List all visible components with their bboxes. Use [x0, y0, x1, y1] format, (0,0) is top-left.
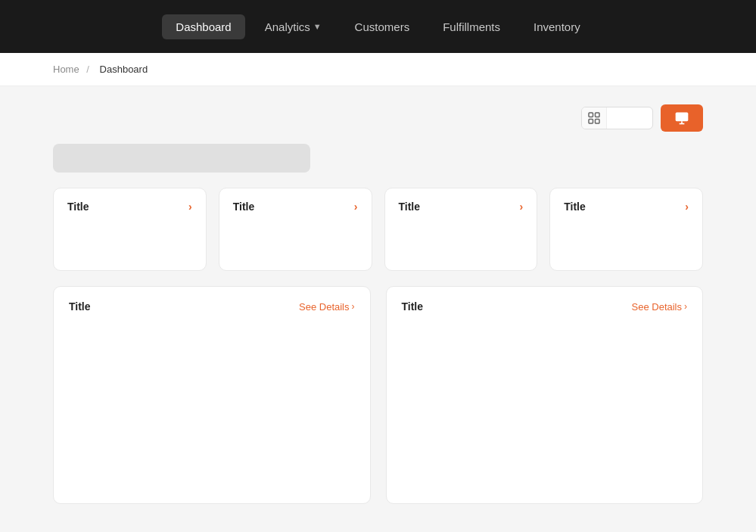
- card-4-title: Title: [564, 201, 586, 213]
- card-2-title: Title: [233, 201, 255, 213]
- card-1-title: Title: [67, 201, 89, 213]
- nav-item-dashboard[interactable]: Dashboard: [162, 14, 244, 39]
- card-3-chevron-icon: ›: [520, 201, 524, 213]
- card-3[interactable]: Title ›: [384, 188, 538, 271]
- panel-1-see-details-label: See Details: [299, 301, 349, 313]
- nav-item-fulfillments[interactable]: Fulfillments: [429, 14, 514, 39]
- grid-icon: [588, 112, 600, 124]
- card-2-body: [233, 220, 358, 258]
- breadcrumb-current: Dashboard: [100, 64, 148, 75]
- chevron-down-icon: ▼: [313, 22, 322, 31]
- breadcrumb: Home / Dashboard: [0, 53, 756, 86]
- breadcrumb-home[interactable]: Home: [53, 64, 79, 75]
- panel-2-title: Title: [402, 300, 424, 313]
- panel-2-body: [402, 323, 688, 490]
- card-4-body: [564, 220, 689, 258]
- svg-rect-1: [596, 113, 600, 117]
- panel-1-see-details-link[interactable]: See Details ›: [299, 301, 354, 313]
- panel-2-chevron-icon: ›: [684, 301, 687, 312]
- card-2[interactable]: Title ›: [219, 188, 372, 271]
- card-2-chevron-icon: ›: [354, 201, 358, 213]
- panel-1-body: [69, 323, 355, 490]
- breadcrumb-separator: /: [86, 64, 89, 75]
- card-1-header: Title ›: [67, 201, 192, 213]
- card-1-chevron-icon: ›: [188, 201, 192, 213]
- svg-rect-2: [589, 120, 593, 124]
- action-button[interactable]: [661, 104, 703, 132]
- select-icon-box: [582, 107, 607, 129]
- nav-item-customers[interactable]: Customers: [341, 14, 424, 39]
- nav-label-dashboard: Dashboard: [176, 20, 231, 33]
- panel-2-header: Title See Details ›: [402, 300, 688, 313]
- nav-label-analytics: Analytics: [265, 20, 310, 33]
- card-3-header: Title ›: [399, 201, 524, 213]
- toolbar: List Grid: [53, 104, 703, 132]
- main-content: List Grid Title › Title ›: [0, 86, 756, 532]
- tv-icon: [674, 110, 689, 126]
- search-bar-skeleton: [53, 144, 310, 173]
- card-2-header: Title ›: [233, 201, 358, 213]
- card-1-body: [67, 220, 192, 258]
- nav-label-inventory: Inventory: [534, 20, 580, 33]
- card-3-title: Title: [399, 201, 421, 213]
- nav-item-inventory[interactable]: Inventory: [520, 14, 594, 39]
- top-cards-row: Title › Title › Title › Title ›: [53, 188, 703, 271]
- card-4[interactable]: Title ›: [549, 188, 703, 271]
- navbar: Dashboard Analytics ▼ Customers Fulfillm…: [0, 0, 756, 53]
- select-wrapper: List Grid: [581, 107, 653, 129]
- card-3-body: [399, 220, 524, 258]
- svg-rect-3: [596, 120, 600, 124]
- svg-rect-4: [676, 113, 689, 122]
- nav-item-analytics[interactable]: Analytics ▼: [251, 14, 335, 39]
- panel-2: Title See Details ›: [386, 286, 704, 504]
- panel-2-see-details-label: See Details: [632, 301, 682, 313]
- card-4-header: Title ›: [564, 201, 689, 213]
- panel-1-title: Title: [69, 300, 91, 313]
- card-4-chevron-icon: ›: [685, 201, 689, 213]
- panel-1: Title See Details ›: [53, 286, 371, 504]
- bottom-panels-row: Title See Details › Title See Details ›: [53, 286, 703, 504]
- nav-label-fulfillments: Fulfillments: [443, 20, 500, 33]
- card-1[interactable]: Title ›: [53, 188, 207, 271]
- panel-1-header: Title See Details ›: [69, 300, 355, 313]
- panel-2-see-details-link[interactable]: See Details ›: [632, 301, 687, 313]
- view-select[interactable]: List Grid: [607, 108, 652, 129]
- svg-rect-0: [589, 113, 593, 117]
- nav-label-customers: Customers: [355, 20, 410, 33]
- panel-1-chevron-icon: ›: [352, 301, 355, 312]
